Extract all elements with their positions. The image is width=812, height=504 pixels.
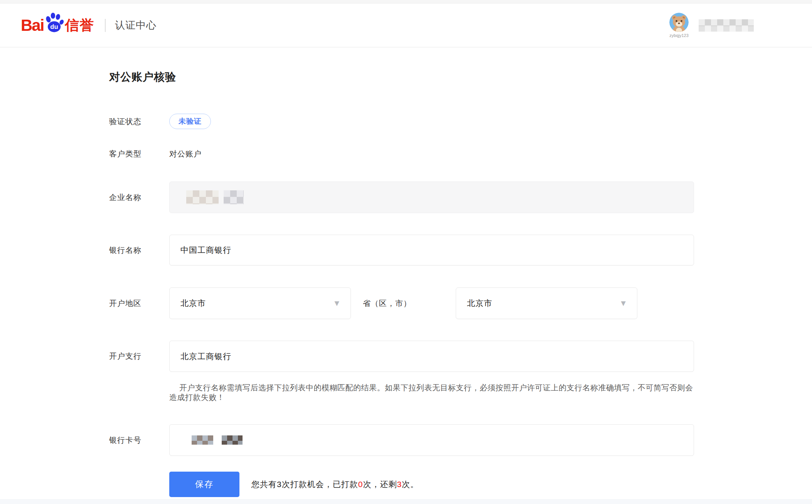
row-company-name: 企业名称 <box>109 181 812 213</box>
logo-brand-cn: 信誉 <box>65 18 94 32</box>
page: Bai du 信誉 认证中心 <box>0 0 812 504</box>
save-button[interactable]: 保存 <box>169 472 239 497</box>
header: Bai du 信誉 认证中心 <box>0 3 812 47</box>
row-branch-help: 开户支行名称需填写后选择下拉列表中的模糊匹配的结果。如果下拉列表无目标支行，必须… <box>109 383 812 402</box>
region-label: 开户地区 <box>109 298 169 309</box>
card-number-input[interactable] <box>169 424 694 456</box>
card-number-label: 银行卡号 <box>109 435 169 445</box>
redacted-card-number <box>192 435 213 445</box>
customer-type-value: 对公账户 <box>169 149 202 159</box>
company-name-label: 企业名称 <box>109 192 169 203</box>
note-text-3: 次。 <box>402 480 419 489</box>
bank-name-label: 银行名称 <box>109 245 169 255</box>
province-select-value: 北京市 <box>180 298 206 309</box>
branch-input[interactable]: 北京工商银行 <box>169 341 694 372</box>
customer-type-label: 客户类型 <box>109 149 169 159</box>
note-text-1: 您共有3次打款机会，已打款 <box>251 480 358 489</box>
row-card-number: 银行卡号 <box>109 424 812 456</box>
payment-attempts-note: 您共有3次打款机会，已打款0次，还剩3次。 <box>251 479 419 490</box>
row-bank-name: 银行名称 中国工商银行 <box>109 235 812 265</box>
bottom-edge-strip <box>0 499 812 504</box>
bank-name-input[interactable]: 中国工商银行 <box>169 235 694 265</box>
top-edge-strip <box>0 0 812 3</box>
username-label: zybqjy123 <box>669 33 689 38</box>
page-title: 对公账户核验 <box>109 71 812 84</box>
province-select[interactable]: 北京市 ▼ <box>169 287 351 319</box>
header-title: 认证中心 <box>115 18 669 32</box>
row-region: 开户地区 北京市 ▼ 省（区，市） 北京市 ▼ <box>109 287 812 319</box>
row-save: 保存 您共有3次打款机会，已打款0次，还剩3次。 <box>109 472 812 497</box>
baidu-logo[interactable]: Bai du 信誉 <box>21 17 94 34</box>
chevron-down-icon: ▼ <box>333 299 341 307</box>
redacted-company-name <box>186 190 219 204</box>
row-customer-type: 客户类型 对公账户 <box>109 149 812 159</box>
header-divider <box>105 19 106 32</box>
city-select-value: 北京市 <box>467 298 492 309</box>
verify-status-label: 验证状态 <box>109 116 169 127</box>
region-mid-label: 省（区，市） <box>363 298 456 309</box>
redacted-display-name[interactable] <box>699 19 754 32</box>
company-name-input <box>169 181 694 213</box>
branch-value: 北京工商银行 <box>180 351 231 362</box>
baidu-paw-icon: du <box>44 13 64 33</box>
redacted-card-number <box>222 435 243 445</box>
logo-bai-text: Bai <box>21 17 44 34</box>
note-text-2: 次，还剩 <box>363 480 397 489</box>
branch-help-text: 开户支行名称需填写后选择下拉列表中的模糊匹配的结果。如果下拉列表无目标支行，必须… <box>169 383 697 402</box>
row-branch: 开户支行 北京工商银行 <box>109 341 812 372</box>
branch-label: 开户支行 <box>109 351 169 361</box>
user-avatar[interactable] <box>669 13 689 32</box>
bear-avatar-icon <box>669 13 689 32</box>
user-avatar-block[interactable]: zybqjy123 <box>669 13 689 38</box>
note-used-count: 0 <box>358 480 363 489</box>
user-area: zybqjy123 <box>669 13 754 38</box>
note-left-count: 3 <box>397 480 402 489</box>
redacted-company-name <box>224 190 244 204</box>
status-badge: 未验证 <box>169 114 211 129</box>
bank-name-value: 中国工商银行 <box>180 245 231 255</box>
chevron-down-icon: ▼ <box>619 299 628 307</box>
row-verify-status: 验证状态 未验证 <box>109 113 812 129</box>
city-select[interactable]: 北京市 ▼ <box>456 287 637 319</box>
logo-du-text: du <box>51 23 58 30</box>
main-content: 对公账户核验 验证状态 未验证 客户类型 对公账户 企业名称 银行名称 中国工商… <box>0 71 812 497</box>
